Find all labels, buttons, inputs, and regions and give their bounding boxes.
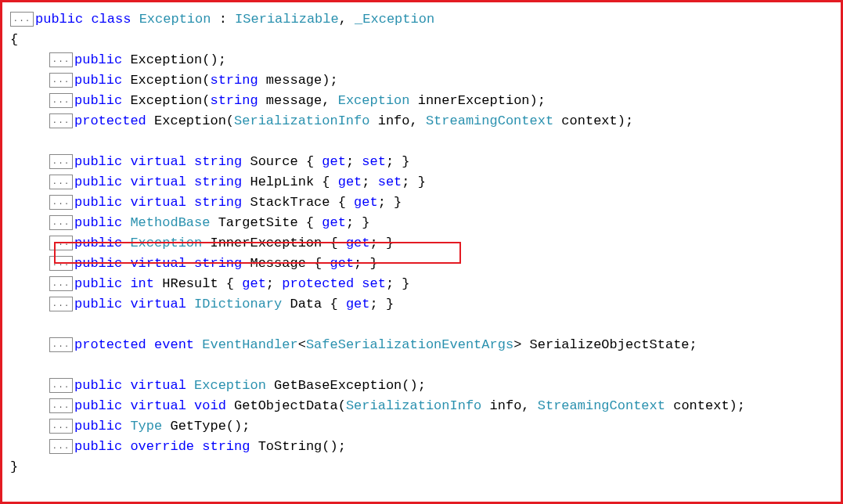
- code-token: > SerializeObjectState;: [513, 337, 697, 352]
- code-token: [186, 154, 194, 169]
- fold-toggle-icon[interactable]: ...: [49, 93, 73, 108]
- code-token: StackTrace {: [242, 195, 354, 210]
- code-token: innerException);: [410, 93, 546, 108]
- code-token: public: [35, 12, 83, 27]
- code-token: get: [322, 215, 346, 230]
- code-token: <: [298, 337, 306, 352]
- code-token: public: [74, 93, 122, 108]
- fold-toggle-icon[interactable]: ...: [49, 215, 73, 230]
- code-token: public: [74, 73, 122, 88]
- code-token: Exception();: [122, 52, 226, 67]
- code-token: public: [74, 439, 122, 454]
- code-token: [186, 256, 194, 271]
- code-token: SerializationInfo: [234, 113, 369, 128]
- fold-toggle-icon[interactable]: ...: [49, 439, 73, 454]
- code-token: virtual: [130, 195, 186, 210]
- fold-toggle-icon[interactable]: ...: [49, 175, 73, 189]
- fold-toggle-icon[interactable]: ...: [49, 398, 73, 413]
- code-token: public: [74, 52, 122, 67]
- code-token: get: [322, 154, 346, 169]
- code-token: InnerException {: [202, 236, 346, 250]
- code-token: virtual: [130, 256, 186, 271]
- code-token: HResult {: [154, 276, 242, 291]
- code-viewer: ...public class Exception : ISerializabl…: [0, 0, 843, 504]
- fold-toggle-icon[interactable]: ...: [49, 276, 73, 291]
- fold-toggle-icon[interactable]: ...: [49, 113, 73, 128]
- code-token: virtual: [130, 175, 186, 189]
- code-token: public: [74, 215, 122, 230]
- fold-toggle-icon[interactable]: ...: [49, 378, 73, 393]
- code-token: GetObjectData(: [226, 398, 346, 413]
- fold-toggle-icon[interactable]: ...: [49, 195, 73, 210]
- code-token: [186, 398, 194, 413]
- code-token: set: [378, 175, 402, 189]
- code-token: string: [210, 93, 258, 108]
- fold-toggle-icon[interactable]: ...: [49, 236, 73, 250]
- code-token: message,: [258, 93, 338, 108]
- code-token: Exception(: [122, 93, 210, 108]
- code-token: [122, 276, 130, 291]
- code-token: info,: [481, 398, 537, 413]
- code-token: public: [74, 256, 122, 271]
- code-token: [122, 439, 130, 454]
- code-token: virtual: [130, 297, 186, 311]
- code-token: string: [194, 175, 242, 189]
- fold-toggle-icon[interactable]: ...: [49, 337, 73, 352]
- code-token: info,: [369, 113, 425, 128]
- code-body: ...public class Exception : ISerializabl…: [10, 9, 833, 477]
- code-line: ...public virtual IDictionary Data { get…: [10, 293, 833, 314]
- code-token: Data {: [282, 297, 346, 311]
- code-token: Message {: [242, 256, 330, 271]
- code-token: {: [10, 32, 18, 47]
- code-line: ...public Exception();: [10, 49, 833, 70]
- code-token: ,: [339, 12, 355, 27]
- fold-toggle-icon[interactable]: ...: [49, 297, 73, 311]
- blank-line: [10, 314, 833, 334]
- code-line: ...public class Exception : ISerializabl…: [10, 9, 833, 29]
- code-token: get: [346, 297, 370, 311]
- code-line: {: [10, 29, 833, 49]
- code-token: SerializationInfo: [346, 398, 481, 413]
- code-token: Exception: [338, 93, 410, 108]
- fold-toggle-icon[interactable]: ...: [10, 12, 34, 27]
- code-token: ; }: [354, 256, 378, 271]
- code-token: [146, 337, 154, 352]
- fold-toggle-icon[interactable]: ...: [49, 419, 73, 434]
- fold-toggle-icon[interactable]: ...: [49, 154, 73, 169]
- code-token: context);: [553, 113, 633, 128]
- code-token: [122, 378, 130, 393]
- code-token: [122, 256, 130, 271]
- code-token: public: [74, 236, 122, 250]
- code-token: EventHandler: [202, 337, 297, 352]
- code-token: ; }: [402, 175, 426, 189]
- code-token: set: [362, 276, 386, 291]
- code-token: ;: [266, 276, 282, 291]
- code-token: void: [194, 398, 226, 413]
- code-token: [131, 12, 139, 27]
- code-token: GetBaseException();: [266, 378, 426, 393]
- code-token: get: [330, 256, 354, 271]
- fold-toggle-icon[interactable]: ...: [49, 52, 73, 67]
- code-line: ...public virtual string StackTrace { ge…: [10, 192, 833, 212]
- code-token: virtual: [130, 398, 186, 413]
- code-token: get: [354, 195, 378, 210]
- code-token: StreamingContext: [538, 398, 665, 413]
- code-token: :: [211, 12, 235, 27]
- code-line: ...public Exception(string message);: [10, 70, 833, 90]
- code-token: ToString();: [250, 439, 345, 454]
- code-token: override: [130, 439, 194, 454]
- code-token: Exception: [130, 236, 202, 250]
- code-token: ; }: [346, 215, 370, 230]
- code-token: set: [362, 154, 386, 169]
- code-token: Exception: [194, 378, 266, 393]
- code-token: class: [91, 12, 131, 27]
- code-token: [83, 12, 91, 27]
- code-token: ;: [362, 175, 377, 189]
- fold-toggle-icon[interactable]: ...: [49, 73, 73, 88]
- fold-toggle-icon[interactable]: ...: [49, 256, 73, 271]
- code-token: Exception: [139, 12, 211, 27]
- code-token: string: [210, 73, 258, 88]
- code-token: ; }: [370, 236, 394, 250]
- code-token: public: [74, 398, 122, 413]
- code-token: IDictionary: [194, 297, 282, 311]
